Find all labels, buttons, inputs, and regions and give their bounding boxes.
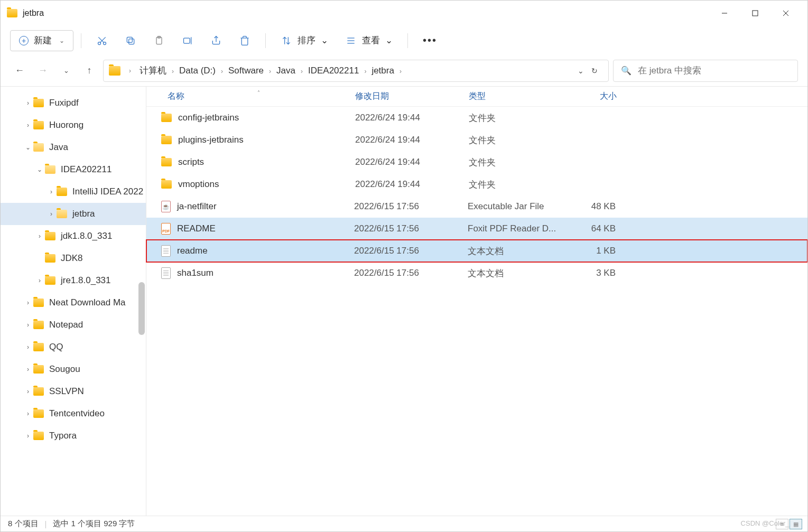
tree-item[interactable]: ›Huorong bbox=[1, 114, 146, 136]
file-row[interactable]: vmoptions2022/6/24 19:44文件夹 bbox=[146, 173, 807, 195]
sort-icon bbox=[281, 35, 292, 46]
file-row[interactable]: PDFREADME2022/6/15 17:56Foxit PDF Reader… bbox=[146, 218, 807, 240]
file-row[interactable]: readme2022/6/15 17:56文本文档1 KB bbox=[146, 240, 807, 262]
tree-item[interactable]: ›SSLVPN bbox=[1, 380, 146, 403]
file-type: 文件夹 bbox=[469, 134, 564, 146]
folder-icon bbox=[33, 121, 44, 129]
recent-button[interactable]: ⌄ bbox=[57, 61, 76, 80]
tree-item[interactable]: ›Tentcentvideo bbox=[1, 403, 146, 425]
expand-icon[interactable]: › bbox=[23, 122, 33, 129]
refresh-button[interactable]: ↻ bbox=[591, 67, 598, 75]
more-button[interactable]: ••• bbox=[415, 30, 444, 51]
folder-icon bbox=[57, 210, 67, 218]
tree-item[interactable]: ›jetbra bbox=[1, 203, 146, 225]
col-size[interactable]: 大小 bbox=[564, 91, 627, 102]
chevron-down-icon[interactable]: ⌄ bbox=[578, 67, 584, 75]
tree-label: jre1.8.0_331 bbox=[61, 275, 111, 286]
minimize-button[interactable] bbox=[709, 3, 740, 24]
breadcrumb-item[interactable]: Software bbox=[226, 64, 266, 77]
folder-icon bbox=[45, 254, 55, 263]
plus-icon: + bbox=[19, 36, 29, 45]
share-button[interactable] bbox=[203, 30, 229, 51]
tree-item[interactable]: ›Neat Download Ma bbox=[1, 292, 146, 314]
expand-icon[interactable]: › bbox=[34, 277, 45, 284]
expand-icon[interactable]: ⌄ bbox=[34, 166, 45, 173]
tree-item[interactable]: ⌄IDEA202211 bbox=[1, 158, 146, 181]
expand-icon[interactable]: › bbox=[23, 321, 33, 329]
expand-icon[interactable]: ⌄ bbox=[23, 144, 33, 151]
tree-item[interactable]: ⌄Java bbox=[1, 136, 146, 158]
tree-item[interactable]: JDK8 bbox=[1, 247, 146, 269]
tree-item[interactable]: ›jre1.8.0_331 bbox=[1, 269, 146, 292]
tree-item[interactable]: ›QQ bbox=[1, 336, 146, 358]
close-button[interactable] bbox=[770, 3, 801, 24]
file-type: 文件夹 bbox=[469, 156, 564, 169]
chevron-right-icon: › bbox=[298, 68, 306, 75]
paste-button[interactable] bbox=[146, 30, 172, 51]
file-row[interactable]: ☕ja-netfilter2022/6/15 17:56Executable J… bbox=[146, 195, 807, 218]
breadcrumb-item[interactable]: IDEA202211 bbox=[306, 64, 361, 77]
expand-icon[interactable]: › bbox=[23, 299, 33, 306]
search-icon: 🔍 bbox=[621, 66, 631, 76]
file-row[interactable]: sha1sum2022/6/15 17:56文本文档3 KB bbox=[146, 262, 807, 284]
tree-label: Tentcentvideo bbox=[49, 408, 105, 419]
file-row[interactable]: plugins-jetbrains2022/6/24 19:44文件夹 bbox=[146, 129, 807, 151]
expand-icon[interactable]: › bbox=[23, 388, 33, 395]
file-type: 文本文档 bbox=[468, 267, 563, 279]
file-name: scripts bbox=[178, 157, 355, 167]
tree-item[interactable]: ›Fuxipdf bbox=[1, 92, 146, 114]
chevron-down-icon: ⌄ bbox=[321, 35, 328, 46]
rename-button[interactable] bbox=[174, 30, 201, 51]
breadcrumb-item[interactable]: Data (D:) bbox=[177, 64, 218, 77]
expand-icon[interactable]: › bbox=[23, 432, 33, 440]
sort-button[interactable]: 排序 ⌄ bbox=[273, 30, 336, 51]
forward-button[interactable]: → bbox=[33, 61, 52, 80]
cut-button[interactable] bbox=[89, 30, 115, 51]
expand-icon[interactable]: › bbox=[23, 410, 33, 417]
file-name: readme bbox=[177, 246, 354, 256]
tree-label: SSLVPN bbox=[49, 386, 84, 397]
file-row[interactable]: scripts2022/6/24 19:44文件夹 bbox=[146, 151, 807, 173]
search-box[interactable]: 🔍 bbox=[613, 60, 798, 82]
chevron-down-icon: ⌄ bbox=[385, 35, 393, 46]
expand-icon[interactable]: › bbox=[46, 210, 57, 218]
view-button[interactable]: 查看 ⌄ bbox=[338, 30, 400, 51]
expand-icon[interactable]: › bbox=[23, 99, 33, 107]
chevron-right-icon: › bbox=[361, 68, 369, 75]
col-name[interactable]: 名称˄ bbox=[146, 91, 355, 102]
tree-item[interactable]: ›Sougou bbox=[1, 358, 146, 380]
tree-item[interactable]: ›Typora bbox=[1, 425, 146, 447]
delete-button[interactable] bbox=[231, 30, 258, 51]
back-button[interactable]: ← bbox=[10, 61, 29, 80]
maximize-button[interactable] bbox=[740, 3, 770, 24]
file-size: 64 KB bbox=[563, 223, 626, 234]
new-button[interactable]: + 新建 ⌄ bbox=[10, 30, 73, 51]
search-input[interactable] bbox=[638, 66, 790, 76]
tree-item[interactable]: ›jdk1.8.0_331 bbox=[1, 225, 146, 247]
scrollbar[interactable] bbox=[138, 282, 145, 335]
file-row[interactable]: config-jetbrains2022/6/24 19:44文件夹 bbox=[146, 107, 807, 129]
copy-button[interactable] bbox=[117, 30, 144, 51]
breadcrumb[interactable]: › 计算机›Data (D:)›Software›Java›IDEA202211… bbox=[103, 60, 609, 82]
up-button[interactable]: ↑ bbox=[80, 61, 99, 80]
breadcrumb-item[interactable]: Java bbox=[274, 64, 298, 77]
file-date: 2022/6/24 19:44 bbox=[355, 157, 469, 167]
col-type[interactable]: 类型 bbox=[469, 91, 564, 102]
expand-icon[interactable]: › bbox=[34, 232, 45, 240]
tree-label: Fuxipdf bbox=[49, 98, 79, 108]
col-date[interactable]: 修改日期 bbox=[355, 91, 469, 102]
file-type: 文件夹 bbox=[469, 112, 564, 124]
breadcrumb-item[interactable]: jetbra bbox=[369, 64, 396, 77]
expand-icon[interactable]: › bbox=[46, 188, 57, 195]
tree-item[interactable]: ›IntelliJ IDEA 2022 bbox=[1, 181, 146, 203]
breadcrumb-item[interactable]: 计算机 bbox=[137, 64, 169, 77]
document-icon bbox=[161, 267, 171, 279]
tree-label: Huorong bbox=[49, 120, 83, 130]
details-view-toggle[interactable]: ▦ bbox=[790, 519, 802, 529]
tree-item[interactable]: ›Notepad bbox=[1, 314, 146, 336]
expand-icon[interactable]: › bbox=[23, 343, 33, 351]
expand-icon[interactable]: › bbox=[23, 366, 33, 373]
list-view-toggle[interactable]: ≡ bbox=[776, 519, 788, 529]
file-list: 名称˄ 修改日期 类型 大小 config-jetbrains2022/6/24… bbox=[146, 87, 807, 516]
column-header[interactable]: 名称˄ 修改日期 类型 大小 bbox=[146, 87, 807, 107]
